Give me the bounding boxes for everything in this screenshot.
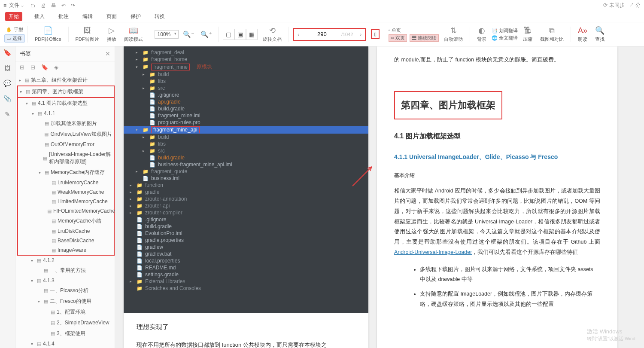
bookmark-node[interactable]: ▤2、SimpleDraweeView — [17, 317, 115, 328]
ide-row: 📄gradlew — [124, 244, 368, 250]
screenshot-compare[interactable]: ⧉截图和对比 — [538, 26, 566, 43]
tab-4[interactable]: 页面 — [105, 12, 118, 21]
pdf-to-image[interactable]: 🖼PDF转图片 — [73, 26, 102, 43]
bookmark-node[interactable]: ▾▤4.1.4 — [17, 339, 115, 348]
github-link[interactable]: Android-Universal-Image-Loader — [394, 249, 472, 255]
ide-row: 📄api.gradle — [124, 98, 368, 105]
ide-row: 📄.gitignore — [124, 92, 368, 98]
bookmark-node[interactable]: ▾▤4.1.2 — [17, 256, 115, 265]
bookmark-node[interactable]: ▤[Universal-Image-Loader解析内部缓存原理] — [18, 149, 114, 167]
bookmark-node[interactable]: ▤3、框架使用 — [17, 328, 115, 339]
fit-page-icon[interactable]: ▯ — [371, 29, 380, 39]
bookmark-node[interactable]: ▤一、Picasso分析 — [17, 285, 115, 296]
attachment-panel-icon[interactable]: 📎 — [3, 95, 12, 103]
bookmark-icon[interactable]: 🔖 — [41, 64, 48, 70]
bookmark-node[interactable]: ▤ImageAware — [18, 245, 114, 255]
sync-status[interactable]: ⟳ 未同步 — [603, 2, 624, 9]
ide-row: ▸📁src — [124, 147, 368, 154]
bookmark-node[interactable]: ▾▤二、Fresco的使用 — [17, 296, 115, 307]
ide-row: ▾📁fragment_mine_api — [124, 126, 368, 134]
file-dropdown-icon[interactable]: ⌵ — [21, 3, 24, 8]
section-title: 4.1 图片加载框架选型 — [394, 130, 600, 143]
ide-row: 📄proguard-rules.pro — [124, 119, 368, 126]
ide-row: 📁libs — [124, 78, 368, 85]
bookmark-outline-icon[interactable]: ◈ — [54, 64, 58, 70]
tab-5[interactable]: 保护 — [129, 12, 143, 21]
bookmark-node[interactable]: ▤1、配置环境 — [17, 307, 115, 317]
tab-3[interactable]: 编辑 — [81, 12, 94, 21]
find[interactable]: 🔍查找 — [592, 26, 607, 43]
bookmark-node[interactable]: ▤LruMemoryCache — [18, 178, 114, 187]
bookmark-node[interactable]: ▤FIFOLimitedMemoryCache — [18, 206, 114, 216]
bookmark-node[interactable]: ▾▤MemoryCache内存缓存 — [18, 167, 114, 178]
share-button[interactable]: ↗ 分 — [629, 2, 641, 9]
fit-modes[interactable]: ▢▣▦ — [223, 29, 258, 40]
sidebar-close-icon[interactable]: ✕ — [105, 50, 110, 57]
bookmark-node[interactable]: ▤一、常用的方法 — [17, 265, 115, 276]
compress[interactable]: 🗜压缩 — [520, 26, 535, 43]
prev-page[interactable]: ‹ — [294, 32, 303, 37]
bookmark-node[interactable]: ▾▤4.1 图片加载框架选型 — [18, 98, 114, 109]
bookmark-node[interactable]: ▤OutOfMemoryError — [18, 140, 114, 149]
pdf-to-office[interactable]: 📄PDF转Office — [32, 26, 64, 43]
word-translate[interactable]: 📑 划词翻译 — [492, 27, 518, 34]
bookmark-panel-icon[interactable]: 🔖 — [3, 49, 12, 57]
comment-panel-icon[interactable]: 💬 — [3, 79, 12, 87]
intro-paragraph: 相信大家平时做 Android 应用的时候，多少会接触到异步加载图片，或者加载大… — [394, 186, 600, 257]
bookmark-node[interactable]: ▾▤4.1.3 — [17, 276, 115, 285]
tab-0[interactable]: 开始 — [5, 12, 22, 21]
tab-1[interactable]: 插入 — [33, 12, 46, 21]
file-menu[interactable]: 文件 — [9, 2, 19, 9]
zoom-out-icon[interactable]: 🔍⁻ — [183, 31, 194, 38]
collapse-icon[interactable]: ⊟ — [30, 64, 35, 70]
bookmark-node[interactable]: ▤BaseDiskCache — [18, 236, 114, 245]
background[interactable]: ◐背景 — [474, 26, 489, 43]
bookmark-node[interactable]: ▤WeakMemoryCache — [18, 187, 114, 197]
save-icon[interactable]: 🖨 — [41, 3, 46, 9]
document-viewport[interactable]: ▸📁fragment_deal▸📁fragment_home▾📁fragment… — [115, 46, 644, 348]
single-page-option[interactable]: ▫ 单页 — [389, 27, 439, 34]
rotate-doc[interactable]: ⟲旋转文档 — [260, 26, 284, 43]
bookmark-node[interactable]: ▤LimitedMemoryCache — [18, 197, 114, 206]
page-right: 的 module,而且，防止了 function 模块的无意义的膨胀。简直破费。… — [377, 46, 617, 348]
bookmark-node[interactable]: ▾▤第四章、图片加载框架 — [17, 85, 115, 98]
expand-icon[interactable]: ⊞ — [20, 64, 24, 70]
auto-scroll[interactable]: ⇅自动滚动 — [441, 26, 465, 43]
redo-icon[interactable]: ↷ — [71, 3, 75, 9]
tab-6[interactable]: 转换 — [153, 12, 167, 21]
red-arrow-annotation — [350, 162, 376, 188]
bookmark-node[interactable]: ▸▤第三章、组件化框架设计 — [17, 75, 115, 85]
print-icon[interactable]: 🖶 — [51, 3, 56, 9]
read-aloud[interactable]: A»朗读 — [575, 26, 590, 43]
tab-2[interactable]: 批注 — [57, 12, 70, 21]
zoom-select[interactable]: 100% — [155, 30, 179, 39]
next-page[interactable]: › — [356, 32, 365, 37]
undo-icon[interactable]: ↶ — [61, 3, 66, 9]
zoom-in-icon[interactable]: 🔍⁺ — [200, 31, 212, 38]
hand-tool[interactable]: ✋ 手型 — [4, 26, 25, 34]
double-page-option[interactable]: ▫▫ 双页 — [389, 34, 407, 42]
open-icon[interactable]: 🗀 — [30, 3, 36, 9]
full-translate[interactable]: 🌐 全文翻译 — [492, 35, 518, 41]
ide-row: 📄business-fragment_mine_api.iml — [124, 161, 368, 168]
read-mode[interactable]: 📖阅读模式 — [122, 26, 146, 43]
ide-row: 📄EvolutionPro.iml — [124, 230, 368, 237]
continuous-option[interactable]: ☰ 连续阅读 — [410, 34, 439, 42]
select-tool[interactable]: ▭ 选择 — [4, 34, 25, 43]
edit-panel-icon[interactable]: ✎ — [5, 110, 10, 118]
bookmark-node[interactable]: ▤加载其他来源的图片 — [18, 118, 114, 129]
bookmark-node[interactable]: ▤GirdView,ListView加载图片 — [18, 129, 114, 140]
bookmark-node[interactable]: ▤MemoryCache小结 — [18, 216, 114, 226]
bookmark-node[interactable]: ▤LruDiskCache — [18, 226, 114, 236]
thumbnail-panel-icon[interactable]: 🖼 — [4, 64, 11, 72]
chapter-title: 第四章、图片加载框架 — [394, 91, 502, 119]
menu-icon[interactable]: ≡ — [3, 3, 6, 9]
sidebar-toolbar: ⊞ ⊟ 🔖 ◈ — [15, 61, 115, 73]
ide-row: ▸📁src — [124, 85, 368, 92]
play-button[interactable]: ▷播放 — [104, 26, 119, 43]
left-paragraph: 现在不用把所有的数据接口都放到 function 公共模块内，而只需要在本模块之 — [137, 339, 355, 348]
page-input[interactable] — [303, 31, 341, 37]
ide-row: 📄gradle.properties — [124, 237, 368, 244]
page-total: /1042 — [341, 32, 357, 37]
bookmark-node[interactable]: ▾▤4.1.1 — [18, 109, 114, 118]
